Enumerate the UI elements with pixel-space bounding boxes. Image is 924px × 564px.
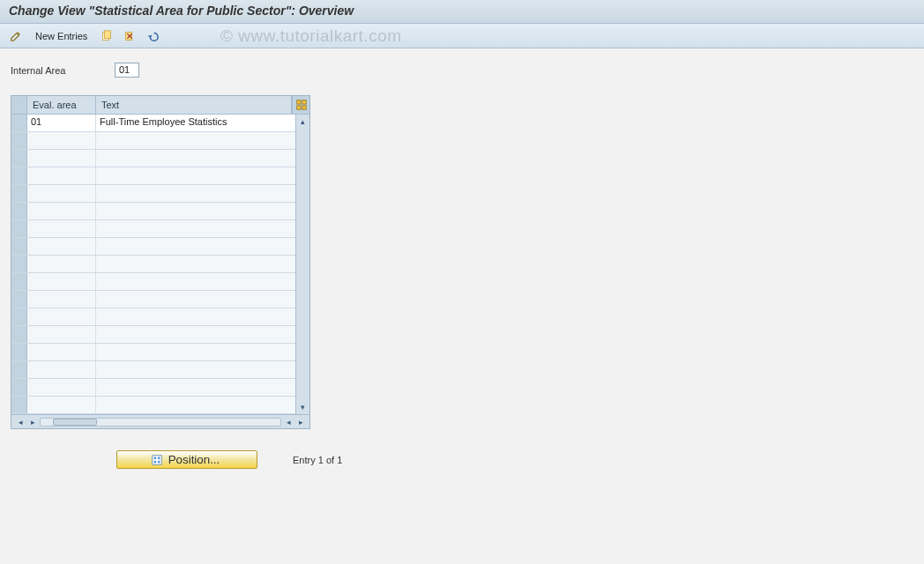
row-handle[interactable] — [11, 291, 27, 308]
cell-eval-area[interactable] — [27, 150, 96, 167]
svg-rect-6 — [302, 106, 305, 109]
cell-eval-area[interactable] — [27, 203, 96, 219]
row-handle[interactable] — [11, 150, 27, 167]
table-row[interactable] — [11, 132, 295, 150]
table-row[interactable] — [11, 256, 295, 273]
table-row[interactable] — [11, 273, 295, 291]
cell-text[interactable] — [96, 361, 295, 378]
row-handle[interactable] — [11, 397, 27, 413]
cell-eval-area[interactable] — [27, 238, 96, 255]
table-row[interactable] — [11, 167, 295, 185]
pencil-toggle-icon[interactable] — [7, 27, 25, 45]
col-header-text[interactable]: Text — [96, 96, 292, 114]
svg-rect-10 — [153, 460, 156, 463]
table-row[interactable] — [11, 379, 295, 397]
svg-rect-11 — [158, 460, 160, 463]
row-handle[interactable] — [11, 132, 27, 149]
table-row[interactable] — [11, 308, 295, 326]
cell-text[interactable] — [96, 203, 295, 219]
cell-text[interactable]: Full-Time Employee Statistics — [96, 115, 295, 131]
row-handle[interactable] — [11, 167, 27, 184]
scroll-up-icon[interactable]: ▴ — [298, 116, 309, 127]
row-handle[interactable] — [11, 344, 27, 360]
col-header-eval-area[interactable]: Eval. area — [27, 96, 96, 114]
scroll-right-icon[interactable]: ◂ — [283, 417, 294, 427]
svg-rect-4 — [302, 100, 305, 104]
cell-eval-area[interactable] — [27, 361, 96, 378]
cell-text[interactable] — [96, 379, 295, 396]
row-handle[interactable] — [11, 361, 27, 378]
cell-text[interactable] — [96, 344, 295, 360]
cell-text[interactable] — [96, 132, 295, 149]
copy-icon[interactable] — [98, 27, 116, 45]
row-handle[interactable] — [11, 185, 27, 202]
scroll-right-end-icon[interactable]: ▸ — [295, 417, 306, 427]
new-entries-button[interactable]: New Entries — [30, 29, 93, 43]
row-handle[interactable] — [11, 308, 27, 325]
select-all-handle[interactable] — [11, 96, 27, 114]
table-row[interactable] — [11, 150, 295, 167]
hscroll-track[interactable] — [40, 418, 281, 427]
title-bar: Change View "Statistical Area for Public… — [0, 0, 924, 24]
internal-area-value[interactable]: 01 — [115, 63, 139, 78]
table-row[interactable] — [11, 344, 295, 361]
table-row[interactable] — [11, 397, 295, 414]
hscroll-thumb[interactable] — [53, 419, 97, 426]
cell-text[interactable] — [96, 185, 295, 202]
row-handle[interactable] — [11, 238, 27, 255]
table-row[interactable]: 01Full-Time Employee Statistics — [11, 115, 295, 132]
table-row[interactable] — [11, 185, 295, 203]
cell-eval-area[interactable] — [27, 256, 96, 272]
internal-area-label: Internal Area — [11, 65, 108, 76]
row-handle[interactable] — [11, 220, 27, 237]
row-handle[interactable] — [11, 379, 27, 396]
table-row[interactable] — [11, 203, 295, 220]
cell-eval-area[interactable] — [27, 220, 96, 237]
internal-area-field-row: Internal Area 01 — [11, 63, 913, 78]
cell-text[interactable] — [96, 256, 295, 272]
table-row[interactable] — [11, 361, 295, 379]
row-handle[interactable] — [11, 203, 27, 219]
row-handle[interactable] — [11, 256, 27, 272]
row-handle[interactable] — [11, 273, 27, 290]
row-handle[interactable] — [11, 326, 27, 343]
cell-eval-area[interactable] — [27, 185, 96, 202]
cell-text[interactable] — [96, 273, 295, 290]
cell-text[interactable] — [96, 397, 295, 413]
vertical-scrollbar[interactable]: ▴ ▾ — [295, 115, 309, 414]
table-row[interactable] — [11, 220, 295, 238]
scroll-left-icon[interactable]: ▸ — [27, 417, 38, 427]
cell-text[interactable] — [96, 308, 295, 325]
scroll-down-icon[interactable]: ▾ — [298, 402, 309, 412]
position-button[interactable]: Position... — [116, 450, 257, 469]
cell-text[interactable] — [96, 291, 295, 308]
cell-eval-area[interactable] — [27, 397, 96, 413]
cell-text[interactable] — [96, 150, 295, 167]
cell-eval-area[interactable] — [27, 379, 96, 396]
table-settings-icon[interactable] — [292, 96, 309, 114]
cell-eval-area[interactable] — [27, 291, 96, 308]
cell-text[interactable] — [96, 238, 295, 255]
row-handle[interactable] — [11, 115, 27, 131]
table-row[interactable] — [11, 238, 295, 256]
cell-eval-area[interactable] — [27, 132, 96, 149]
scroll-left-start-icon[interactable]: ◂ — [15, 417, 26, 427]
table-row[interactable] — [11, 291, 295, 308]
undo-icon[interactable] — [144, 27, 161, 45]
footer-row: Position... Entry 1 of 1 — [116, 450, 913, 469]
cell-text[interactable] — [96, 326, 295, 343]
cell-eval-area[interactable] — [27, 273, 96, 290]
delete-icon[interactable] — [121, 27, 138, 45]
cell-eval-area[interactable] — [27, 344, 96, 360]
eval-area-table: Eval. area Text 01Full-Time Employee Sta… — [11, 95, 310, 429]
cell-eval-area[interactable] — [27, 167, 96, 184]
horizontal-scrollbar[interactable]: ◂ ▸ ◂ ▸ — [11, 414, 309, 428]
entry-count-info: Entry 1 of 1 — [293, 455, 342, 465]
cell-eval-area[interactable]: 01 — [27, 115, 96, 131]
table-row[interactable] — [11, 326, 295, 344]
cell-eval-area[interactable] — [27, 308, 96, 325]
page-title: Change View "Statistical Area for Public… — [9, 4, 915, 18]
cell-eval-area[interactable] — [27, 326, 96, 343]
cell-text[interactable] — [96, 167, 295, 184]
cell-text[interactable] — [96, 220, 295, 237]
